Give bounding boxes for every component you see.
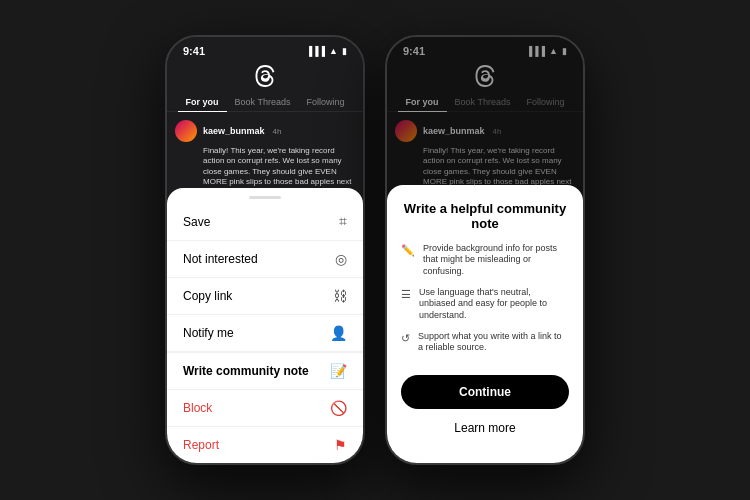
dialog-item-2: ☰ Use language that's neutral, unbiased …	[401, 287, 569, 322]
block-icon: 🚫	[330, 400, 347, 416]
dialog-title: Write a helpful community note	[401, 201, 569, 231]
sheet-item-community-note[interactable]: Write community note 📝	[167, 352, 363, 390]
sheet-item-notify[interactable]: Notify me 👤	[167, 315, 363, 352]
dialog-item-text-2: Use language that's neutral, unbiased an…	[419, 287, 569, 322]
bookmark-icon: ⌗	[339, 213, 347, 230]
eye-off-icon: ◎	[335, 251, 347, 267]
dialog-item-1: ✏️ Provide background info for posts tha…	[401, 243, 569, 278]
link-icon: ⛓	[333, 288, 347, 304]
battery-icon-1: ▮	[342, 46, 347, 56]
community-note-dialog: Write a helpful community note ✏️ Provid…	[387, 185, 583, 464]
sheet-item-block[interactable]: Block 🚫	[167, 390, 363, 427]
post-username-1: kaew_bunmak	[203, 126, 265, 136]
post-time-1: 4h	[273, 127, 282, 136]
phone-content-2: 9:41 ▐▐▐ ▲ ▮ For you Book Threads Follow…	[387, 37, 583, 463]
post-header-1: kaew_bunmak 4h	[175, 120, 355, 142]
sheet-community-note-label: Write community note	[183, 364, 309, 378]
sheet-notify-label: Notify me	[183, 326, 234, 340]
phone-1: 9:41 ▐▐▐ ▲ ▮ For you Book Threads Follow…	[165, 35, 365, 465]
tab-book-threads-1[interactable]: Book Threads	[227, 93, 299, 111]
sheet-handle-1	[249, 196, 281, 199]
sheet-block-label: Block	[183, 401, 212, 415]
phone-frame-1: 9:41 ▐▐▐ ▲ ▮ For you Book Threads Follow…	[165, 35, 365, 465]
notify-icon: 👤	[330, 325, 347, 341]
sheet-report-label: Report	[183, 438, 219, 452]
phone-content-1: 9:41 ▐▐▐ ▲ ▮ For you Book Threads Follow…	[167, 37, 363, 463]
threads-header-1	[167, 61, 363, 93]
balance-icon: ☰	[401, 288, 411, 301]
learn-more-button[interactable]: Learn more	[401, 413, 569, 443]
community-note-icon: 📝	[330, 363, 347, 379]
sheet-item-report[interactable]: Report ⚑	[167, 427, 363, 463]
sheet-item-copy-link[interactable]: Copy link ⛓	[167, 278, 363, 315]
dialog-item-text-3: Support what you write with a link to a …	[418, 331, 569, 354]
sheet-copy-link-label: Copy link	[183, 289, 232, 303]
dialog-item-3: ↺ Support what you write with a link to …	[401, 331, 569, 354]
sheet-save-label: Save	[183, 215, 210, 229]
tabs-1: For you Book Threads Following	[167, 93, 363, 112]
sheet-item-save[interactable]: Save ⌗	[167, 203, 363, 241]
tab-following-1[interactable]: Following	[298, 93, 352, 111]
wifi-icon-1: ▲	[329, 46, 338, 56]
report-icon: ⚑	[334, 437, 347, 453]
threads-logo-1	[254, 65, 276, 87]
status-icons-1: ▐▐▐ ▲ ▮	[306, 46, 347, 56]
dialog-item-text-1: Provide background info for posts that m…	[423, 243, 569, 278]
sheet-item-not-interested[interactable]: Not interested ◎	[167, 241, 363, 278]
avatar-1	[175, 120, 197, 142]
tab-for-you-1[interactable]: For you	[178, 93, 227, 111]
link-icon-2: ↺	[401, 332, 410, 345]
bottom-sheet-1: Save ⌗ Not interested ◎ Copy link ⛓ Noti…	[167, 188, 363, 463]
continue-button[interactable]: Continue	[401, 375, 569, 409]
sheet-not-interested-label: Not interested	[183, 252, 258, 266]
status-time-1: 9:41	[183, 45, 205, 57]
signal-icon-1: ▐▐▐	[306, 46, 325, 56]
check-icon-1: ✏️	[401, 244, 415, 257]
phone-frame-2: 9:41 ▐▐▐ ▲ ▮ For you Book Threads Follow…	[385, 35, 585, 465]
status-bar-1: 9:41 ▐▐▐ ▲ ▮	[167, 37, 363, 61]
phone-2: 9:41 ▐▐▐ ▲ ▮ For you Book Threads Follow…	[385, 35, 585, 465]
